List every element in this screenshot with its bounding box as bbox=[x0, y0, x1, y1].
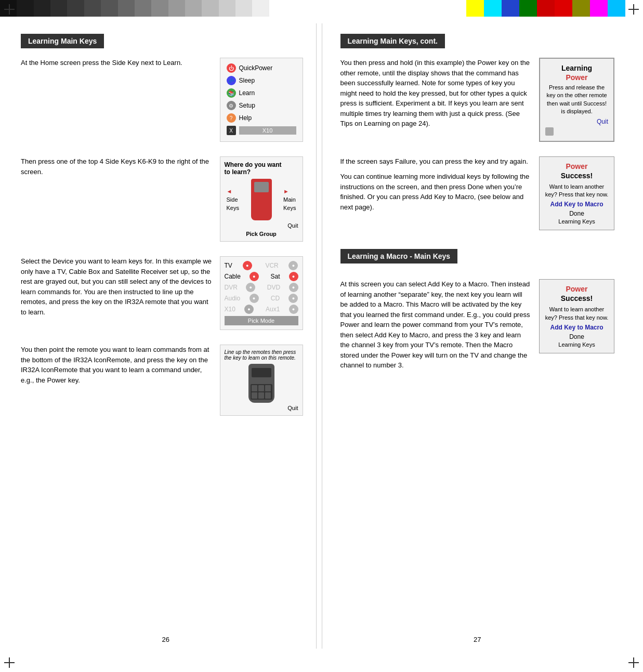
menu-learn: 📚 Learn bbox=[225, 87, 298, 99]
page-number-left: 26 bbox=[162, 636, 169, 643]
section-header-left: Learning Main Keys bbox=[21, 34, 104, 48]
block3: Select the Device you want to learn keys… bbox=[21, 256, 303, 330]
sd-text-1: Want to learn another key? Press that ke… bbox=[545, 183, 609, 199]
page-left: Learning Main Keys At the Home screen pr… bbox=[16, 23, 317, 649]
add-key-to-macro-link-2[interactable]: Add Key to Macro bbox=[545, 324, 609, 331]
ld-title: Learning bbox=[545, 64, 608, 72]
sd-bottom-2: Learning Keys bbox=[545, 341, 609, 348]
menu-quickpower: ⏻ QuickPower bbox=[225, 62, 298, 74]
menu-sleep: 💤 Sleep bbox=[225, 75, 298, 86]
main-keys-label: ► Main Keys bbox=[283, 188, 296, 211]
corner-mark-bl bbox=[4, 657, 15, 668]
block2-image: Where do you wantto learn? ◄ Side Keys ►… bbox=[220, 156, 303, 242]
menu-x10: X X10 bbox=[225, 125, 298, 136]
sleep-icon: 💤 bbox=[227, 76, 236, 85]
block1-image: ⏻ QuickPower 💤 Sleep 📚 Learn ⚙ Setup bbox=[220, 58, 303, 142]
block3-image: TV ● VCR ● Cable ● Sat ● DVR ● DVD bbox=[220, 256, 303, 330]
block4-text: You then point the remote you want to le… bbox=[21, 345, 212, 385]
remote-align-text: Line up the remotes then press the key t… bbox=[225, 349, 298, 361]
x10-selected: X10 bbox=[239, 126, 296, 135]
audio-icon: ● bbox=[250, 294, 259, 303]
vcr-icon: ● bbox=[288, 261, 298, 270]
menu-help: ? Help bbox=[225, 112, 298, 124]
dvr-icon: ● bbox=[246, 283, 255, 292]
learn-icon: 📚 bbox=[227, 88, 236, 98]
block2: Then press one of the top 4 Side Keys K6… bbox=[21, 156, 303, 242]
dvd-icon: ● bbox=[289, 283, 298, 292]
sd-bottom-1: Learning Keys bbox=[545, 218, 609, 225]
remote-body-drawing bbox=[248, 364, 274, 403]
block1-text: At the Home screen press the Side Key ne… bbox=[21, 58, 212, 68]
section-header-right-cont: Learning Main Keys, cont. bbox=[340, 34, 445, 48]
sd-text-2: Want to learn another key? Press that ke… bbox=[545, 306, 609, 322]
block2-text: Then press one of the top 4 Side Keys K6… bbox=[21, 156, 212, 177]
remote-align-mockup: Line up the remotes then press the key t… bbox=[220, 345, 303, 416]
device-audio: Audio ● CD ● bbox=[225, 294, 298, 303]
ld-instruction: Press and release the key on the other r… bbox=[545, 84, 608, 116]
device-dvr: DVR ● DVD ● bbox=[225, 283, 298, 292]
top-color-bar-left bbox=[0, 0, 286, 17]
right-block2-text: If the screen says Failure, you can pres… bbox=[340, 156, 532, 213]
sat-icon: ● bbox=[289, 272, 298, 281]
pick-mode-button[interactable]: Pick Mode bbox=[225, 316, 298, 325]
x10-icon: X bbox=[227, 126, 236, 135]
right-block1: You then press and hold (in this example… bbox=[340, 58, 623, 142]
diagram-body: ◄ Side Keys ► Main Keys bbox=[225, 179, 298, 220]
ld-quit: Quit bbox=[545, 118, 608, 125]
success-display-2: Power Success! Want to learn another key… bbox=[539, 279, 614, 353]
x10-icon: ● bbox=[244, 305, 254, 314]
sd-done-2: Done bbox=[545, 333, 609, 340]
main-content: Learning Main Keys At the Home screen pr… bbox=[16, 23, 627, 649]
top-color-bar-right bbox=[466, 0, 643, 17]
learning-display-mockup: Learning Power Press and release the key… bbox=[539, 58, 614, 142]
sd-key-2: Power bbox=[545, 285, 609, 293]
corner-mark-br bbox=[628, 657, 639, 668]
right-block1-image: Learning Power Press and release the key… bbox=[539, 58, 622, 142]
sd-success-1: Success! bbox=[545, 172, 609, 180]
diagram-bottom: Pick Group bbox=[225, 231, 298, 237]
aux1-icon: ● bbox=[289, 305, 298, 314]
cd-icon: ● bbox=[288, 294, 298, 303]
help-icon: ? bbox=[227, 113, 236, 123]
edit-icon bbox=[545, 127, 554, 136]
right-block2: If the screen says Failure, you can pres… bbox=[340, 156, 623, 231]
right-block3: At this screen you can select Add Key to… bbox=[340, 279, 623, 371]
corner-mark-tl bbox=[4, 4, 15, 15]
setup-icon: ⚙ bbox=[227, 101, 236, 110]
sd-done-1: Done bbox=[545, 210, 609, 217]
sd-key-1: Power bbox=[545, 162, 609, 170]
quickpower-icon: ⏻ bbox=[227, 63, 236, 73]
device-cable: Cable ● Sat ● bbox=[225, 272, 298, 281]
device-select-mockup: TV ● VCR ● Cable ● Sat ● DVR ● DVD bbox=[220, 256, 303, 330]
right-block1-text: You then press and hold (in this example… bbox=[340, 58, 532, 129]
block3-text: Select the Device you want to learn keys… bbox=[21, 256, 212, 317]
home-menu-mockup: ⏻ QuickPower 💤 Sleep 📚 Learn ⚙ Setup bbox=[220, 58, 303, 142]
page-number-right: 27 bbox=[474, 636, 481, 643]
section-header-macro: Learning a Macro - Main Keys bbox=[340, 249, 458, 263]
remote-drawing bbox=[225, 364, 298, 403]
sd-success-2: Success! bbox=[545, 294, 609, 302]
tv-icon: ● bbox=[243, 261, 252, 270]
page-right: Learning Main Keys, cont. You then press… bbox=[327, 23, 628, 649]
remote-align-quit: Quit bbox=[225, 405, 298, 411]
device-x10: X10 ● Aux1 ● bbox=[225, 305, 298, 314]
side-keys-label: ◄ Side Keys bbox=[227, 188, 239, 211]
block4-image: Line up the remotes then press the key t… bbox=[220, 345, 303, 416]
corner-mark-tr bbox=[628, 4, 639, 15]
block1: At the Home screen press the Side Key ne… bbox=[21, 58, 303, 142]
right-block3-text: At this screen you can select Add Key to… bbox=[340, 279, 532, 371]
block4: You then point the remote you want to le… bbox=[21, 345, 303, 416]
diagram-quit: Quit bbox=[225, 222, 298, 229]
pick-group-title: Where do you wantto learn? bbox=[225, 161, 298, 176]
page-divider bbox=[322, 23, 322, 649]
ld-key: Power bbox=[545, 73, 608, 82]
menu-setup: ⚙ Setup bbox=[225, 100, 298, 111]
pick-group-diagram: Where do you wantto learn? ◄ Side Keys ►… bbox=[220, 156, 303, 242]
add-key-to-macro-link-1[interactable]: Add Key to Macro bbox=[545, 201, 609, 208]
remote-diagram bbox=[251, 179, 272, 220]
cable-icon: ● bbox=[250, 272, 259, 281]
success-display-1: Power Success! Want to learn another key… bbox=[539, 156, 614, 231]
right-block2-image: Power Success! Want to learn another key… bbox=[539, 156, 622, 231]
right-block3-image: Power Success! Want to learn another key… bbox=[539, 279, 622, 353]
device-tv: TV ● VCR ● bbox=[225, 261, 298, 270]
